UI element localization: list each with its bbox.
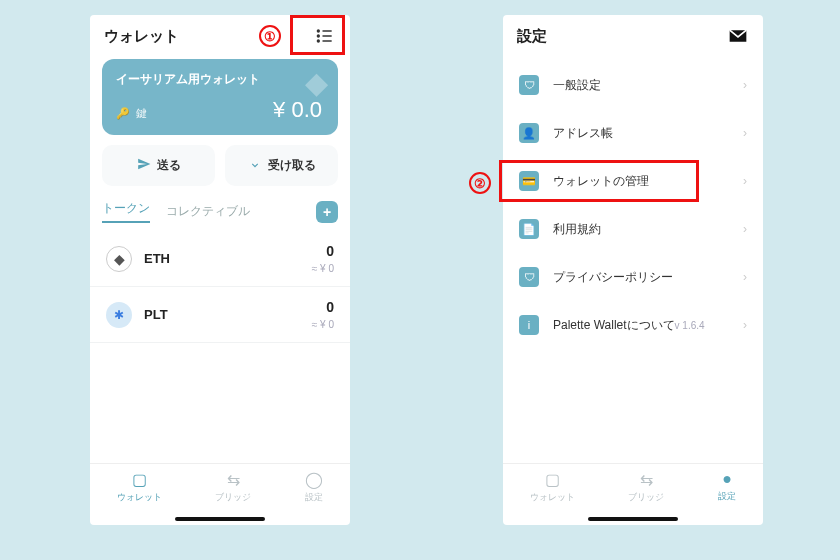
- send-icon: [137, 157, 151, 174]
- chevron-right-icon: ›: [743, 318, 747, 332]
- version-label: v 1.6.4: [675, 320, 705, 331]
- settings-icon: ●: [722, 470, 732, 488]
- menu-list-button[interactable]: [314, 25, 336, 47]
- nav-wallet[interactable]: ▢ ウォレット: [117, 470, 162, 504]
- plt-icon: ✱: [106, 302, 132, 328]
- bottom-nav: ▢ ウォレット ⇆ ブリッジ ● 設定: [503, 463, 763, 514]
- page-title: ウォレット: [104, 27, 179, 46]
- key-icon: 🔑: [116, 107, 130, 120]
- settings-header: 設定: [503, 15, 763, 53]
- receive-button[interactable]: 受け取る: [225, 145, 338, 186]
- row-label: アドレス帳: [553, 125, 613, 142]
- wallet-name: イーサリアム用ウォレット: [116, 71, 324, 88]
- eth-icon: ◆: [106, 246, 132, 272]
- nav-settings[interactable]: ● 設定: [718, 470, 736, 504]
- wallet-screen: ウォレット イーサリアム用ウォレット ◆ 🔑 鍵 ¥ 0.0 送る 受け取る ト…: [90, 15, 350, 525]
- nav-label: ウォレット: [117, 491, 162, 504]
- add-token-button[interactable]: +: [316, 201, 338, 223]
- home-indicator: [175, 517, 265, 521]
- row-label: プライバシーポリシー: [553, 269, 673, 286]
- token-symbol: ETH: [144, 251, 170, 266]
- wallet-icon: ▢: [132, 470, 147, 489]
- chevron-right-icon: ›: [743, 174, 747, 188]
- eth-logo-icon: ◆: [305, 65, 328, 100]
- nav-bridge[interactable]: ⇆ ブリッジ: [628, 470, 664, 504]
- token-tabs: トークン コレクティブル +: [90, 196, 350, 231]
- row-label: ウォレットの管理: [553, 173, 649, 190]
- token-fiat: ≈ ¥ 0: [312, 319, 334, 330]
- bridge-icon: ⇆: [640, 470, 653, 489]
- nav-label: ブリッジ: [628, 491, 664, 504]
- balance-card[interactable]: イーサリアム用ウォレット ◆ 🔑 鍵 ¥ 0.0: [102, 59, 338, 135]
- settings-row-wallet-management[interactable]: 💳 ウォレットの管理 ›: [503, 157, 763, 205]
- settings-icon: ◯: [305, 470, 323, 489]
- nav-settings[interactable]: ◯ 設定: [305, 470, 323, 504]
- annotation-number-2: ②: [469, 172, 491, 194]
- token-row-plt[interactable]: ✱ PLT 0 ≈ ¥ 0: [90, 287, 350, 343]
- settings-list: 🛡 一般設定 › 👤 アドレス帳 › 💳 ウォレットの管理 › 📄 利用規約 ›…: [503, 53, 763, 357]
- send-label: 送る: [157, 157, 181, 174]
- tab-collectibles[interactable]: コレクティブル: [166, 203, 250, 220]
- home-indicator: [588, 517, 678, 521]
- chevron-right-icon: ›: [743, 270, 747, 284]
- svg-point-2: [318, 35, 320, 37]
- receive-icon: [248, 157, 262, 174]
- contacts-icon: 👤: [519, 123, 539, 143]
- tab-tokens[interactable]: トークン: [102, 200, 150, 223]
- token-symbol: PLT: [144, 307, 168, 322]
- settings-row-about[interactable]: i Palette Walletについて v 1.6.4 ›: [503, 301, 763, 349]
- settings-row-terms[interactable]: 📄 利用規約 ›: [503, 205, 763, 253]
- token-row-eth[interactable]: ◆ ETH 0 ≈ ¥ 0: [90, 231, 350, 287]
- wallet-header: ウォレット: [90, 15, 350, 53]
- wallet-manage-icon: 💳: [519, 171, 539, 191]
- token-amount: 0: [312, 299, 334, 315]
- row-label: Palette Walletについて: [553, 317, 675, 334]
- chevron-right-icon: ›: [743, 78, 747, 92]
- bottom-nav: ▢ ウォレット ⇆ ブリッジ ◯ 設定: [90, 463, 350, 514]
- nav-bridge[interactable]: ⇆ ブリッジ: [215, 470, 251, 504]
- settings-row-general[interactable]: 🛡 一般設定 ›: [503, 61, 763, 109]
- settings-row-address-book[interactable]: 👤 アドレス帳 ›: [503, 109, 763, 157]
- nav-label: 設定: [718, 490, 736, 503]
- row-label: 利用規約: [553, 221, 601, 238]
- row-label: 一般設定: [553, 77, 601, 94]
- wallet-icon: ▢: [545, 470, 560, 489]
- annotation-number-1: ①: [259, 25, 281, 47]
- balance-amount: ¥ 0.0: [273, 97, 322, 123]
- list-icon: [315, 26, 335, 46]
- receive-label: 受け取る: [268, 157, 316, 174]
- svg-point-0: [318, 30, 320, 32]
- settings-row-privacy[interactable]: 🛡 プライバシーポリシー ›: [503, 253, 763, 301]
- chevron-right-icon: ›: [743, 222, 747, 236]
- page-title: 設定: [517, 27, 547, 46]
- nav-label: ブリッジ: [215, 491, 251, 504]
- nav-wallet[interactable]: ▢ ウォレット: [530, 470, 575, 504]
- nav-label: ウォレット: [530, 491, 575, 504]
- send-button[interactable]: 送る: [102, 145, 215, 186]
- shield-icon: 🛡: [519, 75, 539, 95]
- key-label: 鍵: [136, 106, 147, 121]
- privacy-icon: 🛡: [519, 267, 539, 287]
- terms-icon: 📄: [519, 219, 539, 239]
- mail-icon: [728, 28, 748, 44]
- action-row: 送る 受け取る: [90, 145, 350, 196]
- info-icon: i: [519, 315, 539, 335]
- token-amount: 0: [312, 243, 334, 259]
- mail-button[interactable]: [727, 25, 749, 47]
- nav-label: 設定: [305, 491, 323, 504]
- settings-screen: 設定 🛡 一般設定 › 👤 アドレス帳 › 💳 ウォレットの管理 › 📄 利用規…: [503, 15, 763, 525]
- token-fiat: ≈ ¥ 0: [312, 263, 334, 274]
- svg-point-4: [318, 40, 320, 42]
- token-list: ◆ ETH 0 ≈ ¥ 0 ✱ PLT 0 ≈ ¥ 0: [90, 231, 350, 343]
- chevron-right-icon: ›: [743, 126, 747, 140]
- bridge-icon: ⇆: [227, 470, 240, 489]
